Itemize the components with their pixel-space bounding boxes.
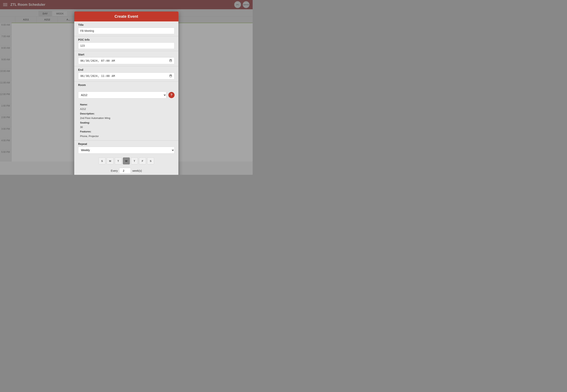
day-saturday[interactable]: S xyxy=(147,157,154,164)
modal-body: Title POC Info Start End xyxy=(74,21,178,175)
room-name-value: A212 xyxy=(80,108,86,111)
poc-input[interactable] xyxy=(78,42,174,49)
start-input[interactable] xyxy=(78,57,174,64)
every-row: Every week(s) xyxy=(74,166,178,175)
start-label: Start xyxy=(78,53,174,56)
room-label: Room xyxy=(78,84,174,86)
modal-overlay: Create Event Title POC Info Start xyxy=(0,0,253,175)
day-selector: S M T W T F S xyxy=(74,155,178,166)
room-seating-value: 30 xyxy=(80,126,83,128)
end-section: End xyxy=(74,66,178,81)
room-features-label: Features: xyxy=(80,130,91,133)
room-name-row: Name: A212 xyxy=(80,102,174,112)
poc-label: POC Info xyxy=(78,38,174,41)
repeat-select[interactable]: None Daily Weekly Monthly xyxy=(78,147,174,154)
end-label: End xyxy=(78,68,174,71)
day-tuesday[interactable]: T xyxy=(115,157,122,164)
poc-section: POC Info xyxy=(74,36,178,51)
room-seating-label: Seating: xyxy=(80,121,90,124)
room-features-row: Features: Phone, Projector xyxy=(80,129,174,138)
day-friday[interactable]: F xyxy=(139,157,146,164)
room-section-label: Room xyxy=(74,82,178,90)
room-desc-label: Description: xyxy=(80,112,95,115)
room-seating-row: Seating: 30 xyxy=(80,120,174,129)
room-select[interactable]: A212 A211 Room 2020 TO Conf Room ZTL-520 xyxy=(78,92,166,98)
every-input[interactable] xyxy=(119,168,131,174)
weeks-label: week(s) xyxy=(132,169,142,172)
day-thursday[interactable]: T xyxy=(131,157,138,164)
title-section: Title xyxy=(74,21,178,36)
start-section: Start xyxy=(74,51,178,66)
day-monday[interactable]: M xyxy=(107,157,114,164)
repeat-section: Repeat None Daily Weekly Monthly xyxy=(74,140,178,155)
room-desc-row: Description: 2nd Floor Automation Wing xyxy=(80,112,174,120)
every-label: Every xyxy=(111,169,118,172)
room-row: A212 A211 Room 2020 TO Conf Room ZTL-520… xyxy=(74,90,178,100)
repeat-label: Repeat xyxy=(78,142,174,145)
room-features-value: Phone, Projector xyxy=(80,135,99,138)
title-label: Title xyxy=(78,23,174,26)
room-info-box: Name: A212 Description: 2nd Floor Automa… xyxy=(74,100,178,140)
title-input[interactable] xyxy=(78,28,174,34)
room-name-label: Name: xyxy=(80,103,88,106)
modal-title: Create Event xyxy=(74,12,178,21)
day-sunday[interactable]: S xyxy=(99,157,105,164)
create-event-modal: Create Event Title POC Info Start xyxy=(74,12,178,175)
room-desc-value: 2nd Floor Automation Wing xyxy=(80,117,110,119)
room-help-button[interactable]: ? xyxy=(168,92,174,98)
day-wednesday[interactable]: W xyxy=(123,157,130,164)
end-input[interactable] xyxy=(78,72,174,79)
